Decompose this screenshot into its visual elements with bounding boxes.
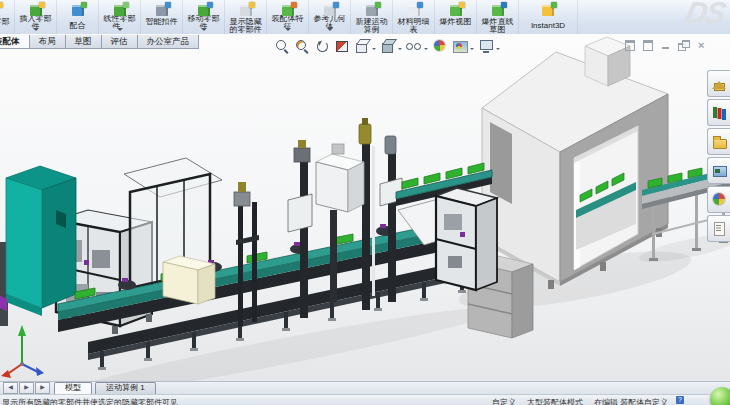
yellow-box[interactable] [163, 256, 215, 304]
headsup-button-icon [380, 38, 396, 54]
linear-component-pattern-button[interactable]: 线性零部件... [99, 0, 141, 34]
status-bar: 显示所有隐藏的零部件并使选定的隐藏零部件可见 自定义 大型装配体模式 在编辑 装… [0, 394, 730, 405]
task-pane-tab-icon [712, 163, 727, 178]
restore-button[interactable] [678, 40, 690, 50]
design-library-tab[interactable] [707, 99, 730, 126]
insert-components-button[interactable]: 插入零部件 [15, 0, 57, 34]
task-pane-tabs [707, 70, 730, 242]
ribbon-button-icon [488, 2, 508, 17]
assembly-model[interactable] [0, 37, 730, 381]
move-component-button[interactable]: 移动零部件 [183, 0, 225, 34]
mate-button[interactable]: 配合 [57, 0, 99, 34]
new-motion-study-button[interactable]: 新建运动算例 [351, 0, 393, 34]
ribbon-button-icon [362, 2, 382, 17]
minimize-button[interactable] [660, 40, 672, 50]
tab-assembly[interactable]: 装配体 [0, 35, 30, 49]
window-pane-icon[interactable] [624, 40, 636, 50]
edit-component-button[interactable]: 编辑零部件 [0, 0, 15, 34]
task-pane-tab-icon [712, 76, 727, 91]
explode-line-sketch-button[interactable]: 爆炸直线草图 [477, 0, 519, 34]
custom-properties-tab[interactable] [707, 215, 730, 242]
show-hidden-components-button[interactable]: 显示隐藏的零部件 [225, 0, 267, 34]
file-explorer-tab[interactable] [707, 128, 730, 155]
status-doc-mode: 自定义 [492, 397, 516, 405]
dropdown-arrow-icon [372, 48, 376, 52]
solidworks-resources-tab[interactable] [707, 70, 730, 97]
hide-show-items-button[interactable] [406, 37, 428, 55]
edit-appearance-button[interactable] [432, 37, 448, 55]
display-style-button[interactable] [380, 37, 402, 55]
tab-evaluate[interactable]: 评估 [101, 35, 138, 49]
scroll-tabs-left-button[interactable]: ◀ [3, 382, 18, 394]
exploded-view-button[interactable]: 爆炸视图 [435, 0, 477, 34]
view-orientation-button[interactable] [354, 37, 376, 55]
view-settings-button[interactable] [478, 37, 500, 55]
ribbon-button-icon [194, 2, 214, 14]
ribbon-button-icon [404, 2, 424, 17]
headsup-button-icon [334, 38, 350, 54]
ribbon-button-icon [68, 2, 88, 17]
headsup-button-icon [452, 38, 468, 54]
headsup-button-icon [314, 38, 330, 54]
ribbon-button-icon [110, 2, 130, 14]
headsup-button-icon [406, 38, 422, 54]
document-window-controls [624, 40, 708, 50]
graphics-area[interactable]: 装配体 布局 草图 评估 办公室产品 [0, 34, 730, 381]
3d-scene[interactable] [0, 34, 730, 381]
status-large-assembly-mode: 大型装配体模式 [527, 397, 583, 405]
ribbon-button-icon [446, 2, 466, 17]
dassault-systemes-logo: DS [683, 0, 728, 30]
bill-of-materials-button[interactable]: 材料明细表 [393, 0, 435, 34]
tab-office-products[interactable]: 办公室产品 [137, 35, 200, 49]
teal-control-cabinet[interactable] [0, 166, 76, 316]
window-pane2-icon[interactable] [642, 40, 654, 50]
headsup-button-icon [478, 38, 494, 54]
close-button[interactable] [696, 40, 708, 50]
hopper-station[interactable] [316, 144, 364, 302]
bottom-tab-bar: ◀ ▶ ▶ 模型 运动算例 1 [0, 381, 730, 394]
scroll-tabs-right-button[interactable]: ▶ [19, 382, 34, 394]
mid-cabinet[interactable] [436, 188, 497, 290]
zoom-to-area-button[interactable] [294, 37, 310, 55]
tab-scroll-buttons: ◀ ▶ ▶ [3, 382, 51, 394]
zoom-to-fit-button[interactable] [274, 37, 290, 55]
ribbon-button-icon [0, 2, 4, 17]
task-pane-tab-icon [712, 192, 727, 207]
dropdown-arrow-icon [496, 48, 500, 52]
reference-geometry-button[interactable]: 参考几何体 [309, 0, 351, 34]
main-machine-enclosure[interactable] [482, 37, 668, 289]
help-icon[interactable]: ? [676, 396, 684, 404]
dropdown-arrow-icon [470, 48, 474, 52]
ribbon-button-icon [538, 2, 558, 17]
document-tabs: 模型 运动算例 1 [51, 382, 156, 394]
appearances-scenes-tab[interactable] [707, 186, 730, 213]
ribbon-button-icon [278, 2, 298, 14]
floating-notification-bubble[interactable] [710, 387, 730, 405]
dropdown-arrow-icon [424, 48, 428, 52]
view-palette-tab[interactable] [707, 157, 730, 184]
instant3d-button[interactable]: Instant3D [519, 0, 578, 34]
status-mode-group: 自定义 大型装配体模式 在编辑 装配体 [492, 397, 644, 405]
orientation-triad [1, 325, 44, 378]
smart-fasteners-button[interactable]: 智能扣件 [141, 0, 183, 34]
status-editing: 在编辑 装配体 [594, 397, 644, 405]
model-tab[interactable]: 模型 [54, 382, 92, 394]
scroll-tabs-end-button[interactable]: ▶ [35, 382, 50, 394]
task-pane-tab-icon [712, 134, 727, 149]
task-pane-tab-icon [712, 221, 727, 236]
status-unit-system[interactable]: 自定义 [644, 397, 668, 405]
solidworks-window: 编辑零部件 插入零部件 配合 线性零部件... [0, 0, 730, 405]
command-manager-tabs: 装配体 布局 草图 评估 办公室产品 [0, 35, 198, 49]
ribbon-button-icon [236, 2, 256, 17]
task-pane-tab-icon [712, 105, 727, 120]
headsup-button-icon [432, 38, 448, 54]
heads-up-view-toolbar [272, 36, 502, 56]
ribbon-button-icon [152, 2, 172, 17]
previous-view-button[interactable] [314, 37, 330, 55]
assembly-features-button[interactable]: 装配体特征 [267, 0, 309, 34]
section-view-button[interactable] [334, 37, 350, 55]
motion-study-tab[interactable]: 运动算例 1 [95, 382, 156, 394]
tab-sketch[interactable]: 草图 [65, 35, 102, 49]
tab-layout[interactable]: 布局 [29, 35, 66, 49]
apply-scene-button[interactable] [452, 37, 474, 55]
